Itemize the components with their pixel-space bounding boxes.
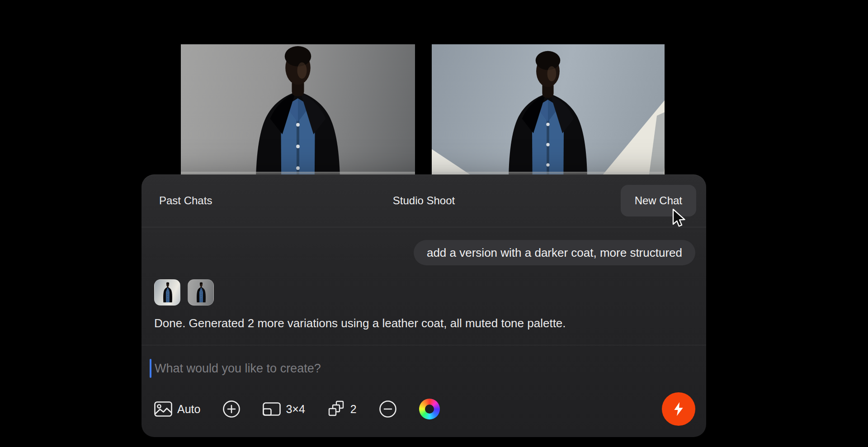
panel-header: Past Chats Studio Shoot New Chat <box>142 174 706 227</box>
image-mode-label: Auto <box>177 403 200 416</box>
lightning-bolt-icon <box>670 401 687 417</box>
result-thumbnails <box>154 279 695 306</box>
text-caret <box>150 359 151 378</box>
variation-count-control[interactable]: 2 <box>327 400 357 418</box>
composer-toolbar: Auto 3×4 <box>154 392 695 426</box>
aspect-ratio-control[interactable]: 3×4 <box>263 402 305 416</box>
image-icon <box>154 401 172 417</box>
minus-circle-icon <box>379 400 397 418</box>
new-chat-button[interactable]: New Chat <box>621 185 696 216</box>
chat-panel: Past Chats Studio Shoot New Chat add a v… <box>142 174 706 437</box>
model-figure <box>194 281 208 302</box>
model-figure <box>160 281 175 302</box>
assistant-message: Done. Generated 2 more variations using … <box>154 316 695 331</box>
aspect-ratio-icon <box>263 402 281 416</box>
user-message-row: add a version with a darker coat, more s… <box>154 240 695 265</box>
remove-control[interactable] <box>379 400 397 418</box>
image-mode-control[interactable]: Auto <box>154 401 200 417</box>
prompt-input[interactable]: What would you like to create? <box>154 357 695 380</box>
user-message-bubble: add a version with a darker coat, more s… <box>414 240 695 265</box>
prompt-placeholder: What would you like to create? <box>155 362 321 376</box>
color-wheel-icon <box>419 399 440 419</box>
stacked-copies-icon <box>327 400 345 418</box>
variation-count-label: 2 <box>350 403 357 416</box>
aspect-ratio-label: 3×4 <box>286 403 305 416</box>
add-control[interactable] <box>222 400 241 418</box>
result-thumbnail[interactable] <box>154 279 180 306</box>
result-thumbnail[interactable] <box>188 279 214 306</box>
plus-circle-icon <box>222 400 241 418</box>
generate-button[interactable] <box>662 392 695 426</box>
composer: What would you like to create? Auto <box>142 345 706 437</box>
message-list: add a version with a darker coat, more s… <box>142 240 706 331</box>
palette-control[interactable] <box>419 399 440 419</box>
past-chats-link[interactable]: Past Chats <box>159 194 212 207</box>
